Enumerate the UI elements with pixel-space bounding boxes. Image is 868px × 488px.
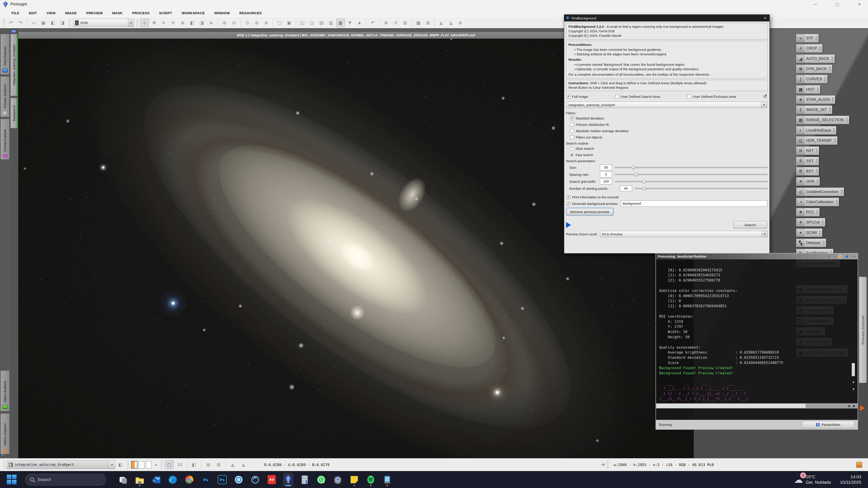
param-slider-spacing-rate[interactable] [615, 172, 768, 176]
center-icon[interactable]: ⊕ [178, 19, 187, 27]
channel-indicator-active[interactable] [131, 461, 137, 468]
area-option-user-defined-exclusion-area[interactable]: User Defined Exclusion Area [687, 95, 736, 98]
zoom-fit-icon[interactable]: ⊚ [252, 19, 261, 27]
preview-edit-icon[interactable]: ◲ [308, 19, 316, 27]
param-slider-size[interactable] [615, 165, 768, 169]
drag-handle[interactable] [127, 460, 129, 469]
send-up-icon[interactable]: ◮ [239, 460, 248, 469]
print-info-checkbox[interactable]: ✓Print information to the console [566, 195, 767, 199]
process-icon-range-selection[interactable]: ▥RANGE_SELECTIONND [796, 116, 849, 124]
param-slider-number-of-starting-points[interactable] [635, 186, 768, 191]
menu-mask[interactable]: MASK [107, 10, 127, 16]
bits-24-icon[interactable]: 24 [175, 460, 184, 469]
app-minimize-button[interactable]: — [811, 2, 819, 6]
console-stop-icon[interactable] [839, 255, 842, 258]
pan-icon[interactable]: ✛ [169, 19, 178, 27]
channel-selector-arrow[interactable]: ▼ [128, 19, 134, 27]
process-icon-auto-back[interactable]: ◢AUTO_BACKND [796, 55, 835, 63]
expand-icon[interactable]: ✥ [150, 19, 158, 27]
shrink-icon[interactable]: ✕ [159, 19, 168, 27]
findbackground-dialog[interactable]: FindBackground ✕ FindBackground 1.2.2 - … [564, 14, 770, 254]
taskbar-pixinsight[interactable] [283, 473, 293, 487]
process-icon-pcc[interactable]: ✷PCCND [796, 208, 819, 217]
menu-view[interactable]: VIEW [42, 10, 60, 16]
taskbar-search[interactable]: Search [25, 474, 106, 486]
console-vscrollbar[interactable]: ▲ ▼ [851, 273, 856, 401]
process-icon-bxt[interactable]: BBXTND [796, 167, 819, 175]
checkbox-checked[interactable]: ✓ [566, 202, 570, 205]
view-tab-integration-autocrop-graxpert[interactable]: integration_autocrop_GraXpert [10, 34, 18, 96]
fit-window-icon[interactable]: ▢ [275, 19, 284, 27]
channel-indicator-2[interactable] [138, 461, 145, 468]
process-icon-localhistequa[interactable]: ◐LocalHistEquaND [796, 126, 836, 135]
hscroll-left-icon[interactable]: ◀ [848, 404, 850, 408]
sidebar-tab-process-explorer[interactable]: Process Explorer⚙ [0, 76, 9, 117]
param-input-number-of-starting-points[interactable]: 40 [620, 186, 632, 191]
drag-handle[interactable] [3, 460, 5, 469]
process-console-tab[interactable]: Process Console [859, 277, 867, 383]
target-view-select[interactable]: integration_autocrop_GraXpert ▼ [566, 102, 767, 108]
slider-thumb[interactable] [635, 173, 639, 176]
split-right-icon[interactable]: ◨ [197, 19, 206, 27]
zoom-opt-icon[interactable]: ⊛ [262, 19, 271, 27]
close-all-icon[interactable]: ⊠ [214, 460, 223, 469]
view-mode-icon[interactable]: ◧ [116, 460, 125, 469]
preview-settings-icon[interactable]: ⊗ [382, 19, 391, 27]
preview-down-icon[interactable]: ▼ [346, 19, 354, 27]
mask-check-icon[interactable]: ◮ [446, 19, 455, 27]
console-dock-icon[interactable]: ◀▏ [845, 255, 850, 258]
process-icon-colorcalibration[interactable]: ◑ColorCalibrationND [796, 198, 839, 206]
vscroll-down-icon[interactable]: ▼ [851, 387, 856, 392]
fit-view-icon[interactable]: ▣ [285, 19, 293, 27]
remove-previous-preview-button[interactable]: Remove previous preview [566, 208, 613, 215]
bring-up-icon[interactable]: ◭ [228, 460, 237, 469]
menu-image[interactable]: IMAGE [60, 10, 82, 16]
taskbar-chrome[interactable] [184, 473, 194, 487]
slider-thumb[interactable] [631, 166, 636, 169]
param-input-spacing-rate[interactable]: 2 [600, 171, 612, 177]
console-collapse-icon[interactable]: ▼ [828, 255, 831, 258]
sidebar-tab-object-explorer[interactable]: Object Explorer [0, 370, 9, 411]
search-button[interactable]: Search! [733, 221, 767, 229]
taskbar-file-explorer[interactable] [134, 473, 145, 487]
preview-up-icon[interactable]: ▲ [355, 19, 364, 27]
checkbox-unchecked[interactable] [570, 123, 574, 127]
track-view-icon[interactable]: ⊹ [141, 19, 149, 27]
radio-selected[interactable] [570, 153, 574, 157]
drag-handle[interactable] [607, 460, 609, 469]
checkbox-unchecked[interactable] [615, 95, 619, 98]
sidebar-tab-history-explorer[interactable]: History Explorer [0, 414, 9, 454]
console-indicator-icon[interactable] [856, 462, 862, 468]
checkbox-unchecked[interactable] [570, 129, 574, 133]
menu-preview[interactable]: PREVIEW [82, 10, 107, 16]
process-icon-ghs[interactable]: ✦GHSND [796, 177, 820, 186]
preview-zoom-dropdown-arrow[interactable]: ▼ [762, 231, 767, 237]
taskbar-clock[interactable]: 14:03 10/11/2025 [840, 475, 861, 485]
checkbox-unchecked[interactable] [687, 95, 691, 98]
checkbox-checked[interactable]: ✓ [570, 116, 574, 120]
mask-find-icon[interactable]: ⊚ [456, 19, 465, 27]
process-icon-sxt[interactable]: SSXTND [796, 157, 819, 165]
view-selector-arrow[interactable]: ▼ [109, 461, 115, 469]
area-option-full-image[interactable]: ✓Full Image [566, 95, 588, 98]
taskbar-galaxy-app[interactable] [250, 473, 260, 487]
sidebar-tab-format-explorer[interactable]: Format Explorer [0, 119, 9, 160]
process-icon-dyn-back[interactable]: ⊞DYN_BACKND [796, 65, 832, 73]
menu-resources[interactable]: RESOURCES [235, 10, 267, 16]
menu-window[interactable]: WINDOW [210, 10, 235, 16]
process-icon-hist[interactable]: ▦HISTND [796, 85, 820, 94]
zoom-out-icon[interactable]: ⊖ [230, 19, 238, 27]
process-icon-stf[interactable]: ∿STFND [796, 34, 819, 42]
console-hscrollbar[interactable]: ◀ ▶ [656, 403, 858, 409]
preview-dup-icon[interactable]: ▤ [317, 19, 326, 27]
overflow-chevron[interactable]: » [155, 462, 157, 467]
taskbar-task-view[interactable] [118, 473, 128, 487]
drag-handle[interactable] [68, 19, 71, 27]
taskbar-astro-app-blue[interactable] [234, 473, 244, 487]
new-instance-triangle-icon[interactable] [566, 222, 571, 228]
channel-selector[interactable]: RGB▼ [73, 19, 134, 27]
filter-standard-deviation[interactable]: ✓Standard deviation [570, 116, 768, 120]
taskbar-sticky-notes[interactable] [349, 473, 360, 487]
vscroll-thumb[interactable] [852, 363, 855, 376]
screen-mode-icon[interactable]: ▢ [165, 460, 174, 469]
